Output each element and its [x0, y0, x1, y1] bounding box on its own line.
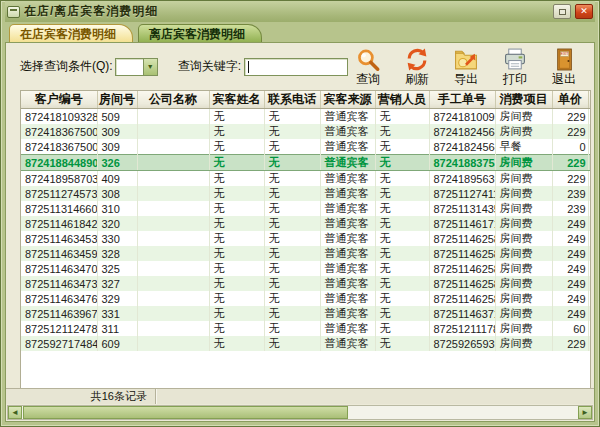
table-cell[interactable] — [137, 231, 209, 246]
refresh-button[interactable]: 刷新 — [397, 47, 437, 86]
table-cell[interactable]: 325 — [97, 261, 137, 276]
table-cell[interactable]: 房间费 — [495, 155, 552, 171]
table-cell[interactable]: 房间费 — [495, 231, 552, 246]
print-button[interactable]: 打印 — [495, 47, 535, 86]
table-cell[interactable]: 无 — [209, 231, 264, 246]
column-header[interactable]: 宾客姓名 — [209, 91, 264, 109]
table-cell[interactable]: 房间费 — [495, 216, 552, 231]
table-row[interactable]: 8725114634531*8330无无普通宾客无8725114625828房间… — [21, 231, 591, 246]
table-cell[interactable] — [137, 261, 209, 276]
table-cell[interactable]: 无 — [375, 336, 429, 351]
table-cell[interactable]: 无 — [375, 155, 429, 171]
table-cell[interactable]: 无 — [209, 291, 264, 306]
table-cell[interactable] — [137, 216, 209, 231]
table-cell[interactable]: 8725114617187 — [429, 216, 495, 231]
table-cell[interactable]: 8725121124780 — [21, 321, 97, 336]
table-cell[interactable]: 无 — [264, 124, 320, 139]
table-cell[interactable]: 房间费 — [495, 201, 552, 216]
table-cell[interactable]: 249 — [552, 276, 588, 291]
table-cell[interactable]: 房间费 — [495, 246, 552, 261]
table-cell[interactable]: 249 — [552, 246, 588, 261]
table-cell[interactable]: 872418245640 — [429, 124, 495, 139]
table-cell[interactable]: 409 — [97, 171, 137, 187]
table-cell[interactable]: 房间费 — [495, 109, 552, 125]
table-cell[interactable]: 无 — [375, 139, 429, 155]
table-cell[interactable]: 87251127457340 — [21, 186, 97, 201]
table-cell[interactable]: 普通宾客 — [320, 171, 375, 187]
table-cell[interactable]: 普通宾客 — [320, 261, 375, 276]
table-cell[interactable]: 249 — [552, 261, 588, 276]
chevron-down-icon[interactable]: ▼ — [143, 59, 157, 75]
table-cell[interactable]: 房间费 — [495, 336, 552, 351]
table-cell[interactable]: 无 — [209, 246, 264, 261]
table-cell[interactable] — [137, 276, 209, 291]
table-cell[interactable]: 普通宾客 — [320, 109, 375, 125]
table-cell[interactable]: 8725114634703202 — [21, 261, 97, 276]
table-cell[interactable]: 普通宾客 — [320, 336, 375, 351]
export-button[interactable]: 导出 — [446, 47, 486, 86]
table-cell[interactable]: 239 — [552, 201, 588, 216]
table-cell[interactable]: 87251146184210 — [21, 216, 97, 231]
table-cell[interactable]: 普通宾客 — [320, 246, 375, 261]
table-cell[interactable]: 8725114625828 — [429, 231, 495, 246]
table-cell[interactable]: 普通宾客 — [320, 216, 375, 231]
table-cell[interactable]: 无 — [264, 291, 320, 306]
table-cell[interactable] — [137, 186, 209, 201]
table-cell[interactable]: 无 — [209, 124, 264, 139]
table-cell[interactable]: 无 — [209, 216, 264, 231]
table-cell[interactable]: 无 — [264, 276, 320, 291]
table-cell[interactable]: 无 — [375, 186, 429, 201]
table-row[interactable]: 8725121124780311无无普通宾客无8725121117828房间费6… — [21, 321, 591, 336]
table-cell[interactable]: 房间费 — [495, 171, 552, 187]
table-cell[interactable]: 872418100937 — [429, 109, 495, 125]
table-cell[interactable]: 房间费 — [495, 306, 552, 321]
table-cell[interactable]: 无 — [375, 291, 429, 306]
table-cell[interactable]: 无 — [264, 201, 320, 216]
table-cell[interactable] — [137, 201, 209, 216]
table-row[interactable]: 8725114634734318327无无普通宾客无8725114625828房… — [21, 276, 591, 291]
table-cell[interactable]: 普通宾客 — [320, 186, 375, 201]
table-cell[interactable]: 308 — [97, 186, 137, 201]
table-row[interactable]: 872418367500309无无普通宾客无872418245640早餐0 — [21, 139, 591, 155]
table-cell[interactable]: 无 — [264, 246, 320, 261]
table-cell[interactable]: 无 — [375, 201, 429, 216]
table-cell[interactable]: 8725114625828 — [429, 276, 495, 291]
table-cell[interactable]: 872418956390 — [429, 171, 495, 187]
table-cell[interactable]: 无 — [375, 109, 429, 125]
table-row[interactable]: 87251146184210320无无普通宾客无8725114617187房间费… — [21, 216, 591, 231]
table-cell[interactable]: 无 — [264, 336, 320, 351]
close-button[interactable]: ✕ — [575, 4, 593, 19]
table-cell[interactable]: 房间费 — [495, 124, 552, 139]
table-cell[interactable]: 无 — [264, 216, 320, 231]
table-cell[interactable]: 8724188448900 — [21, 155, 97, 171]
table-cell[interactable]: 229 — [552, 171, 588, 187]
table-cell[interactable] — [137, 306, 209, 321]
table-cell[interactable]: 无 — [375, 306, 429, 321]
table-cell[interactable]: 229 — [552, 124, 588, 139]
table-cell[interactable]: 房间费 — [495, 321, 552, 336]
table-cell[interactable]: 8725927174840 — [21, 336, 97, 351]
table-cell[interactable]: 无 — [264, 155, 320, 171]
table-row[interactable]: 8725114634703202325无无普通宾客无8725114625828房… — [21, 261, 591, 276]
table-cell[interactable]: 无 — [264, 171, 320, 187]
table-cell[interactable]: 229 — [552, 109, 588, 125]
table-cell[interactable]: 249 — [552, 231, 588, 246]
scroll-right-icon[interactable]: ► — [578, 406, 592, 419]
condition-dropdown[interactable]: ▼ — [115, 58, 158, 76]
table-row[interactable]: 872418367500309无无普通宾客无872418245640房间费229 — [21, 124, 591, 139]
table-cell[interactable]: 无 — [209, 336, 264, 351]
scroll-left-icon[interactable]: ◄ — [8, 406, 22, 419]
column-header[interactable]: 单价 — [552, 91, 588, 109]
table-cell[interactable]: 872592659390 — [429, 336, 495, 351]
table-cell[interactable]: 普通宾客 — [320, 201, 375, 216]
table-cell[interactable]: 60 — [552, 321, 588, 336]
table-row[interactable]: 8724189587030409无无普通宾客无872418956390房间费22… — [21, 171, 591, 187]
table-cell[interactable]: 8725114634734318 — [21, 276, 97, 291]
table-cell[interactable] — [137, 139, 209, 155]
table-cell[interactable]: 326 — [97, 155, 137, 171]
table-row[interactable]: 87251146396710331无无普通宾客无8725114637108房间费… — [21, 306, 591, 321]
table-cell[interactable]: 309 — [97, 124, 137, 139]
table-cell[interactable]: 无 — [375, 124, 429, 139]
table-cell[interactable] — [137, 155, 209, 171]
table-cell[interactable]: 310 — [97, 201, 137, 216]
